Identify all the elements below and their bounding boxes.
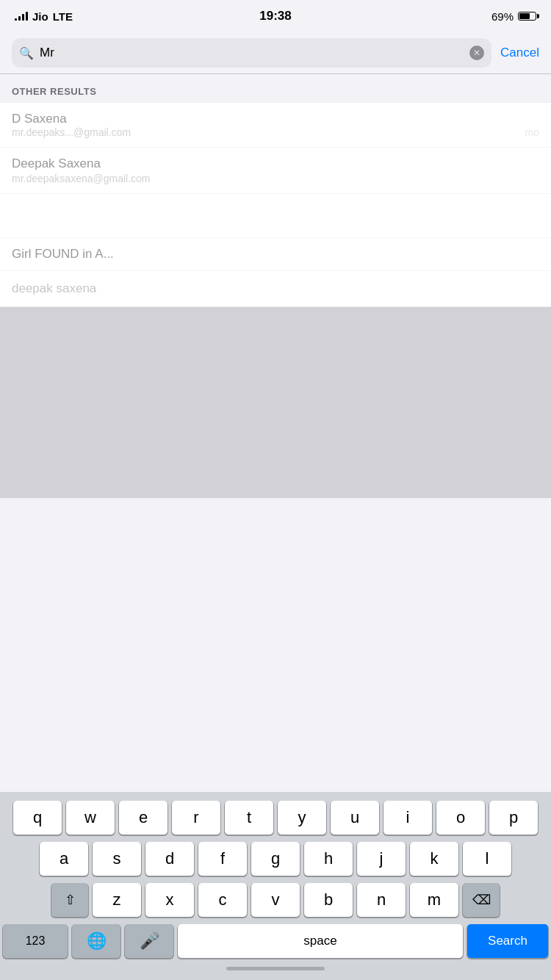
- key-g[interactable]: g: [251, 842, 300, 876]
- list-item[interactable]: [0, 194, 551, 238]
- list-item[interactable]: Girl FOUND in A...: [0, 238, 551, 271]
- status-right: 69%: [491, 10, 536, 23]
- clear-icon[interactable]: ✕: [469, 46, 484, 60]
- key-f[interactable]: f: [198, 842, 247, 876]
- keyboard-row-3: ⇧ z x c v b n m ⌫: [3, 883, 548, 917]
- key-c[interactable]: c: [198, 883, 247, 917]
- space-key[interactable]: space: [178, 924, 463, 958]
- battery-percent: 69%: [491, 10, 514, 23]
- key-h[interactable]: h: [304, 842, 353, 876]
- search-input-wrapper[interactable]: 🔍 ✕: [12, 38, 491, 68]
- microphone-key[interactable]: 🎤: [125, 924, 173, 958]
- key-q[interactable]: q: [13, 801, 62, 835]
- result-name: D Saxena: [12, 112, 131, 126]
- result-extra: mo: [525, 126, 539, 138]
- list-item[interactable]: Deepak Saxena mr.deepaksaxena@gmail.com: [0, 148, 551, 194]
- list-item[interactable]: D Saxena mr.deepaks...@gmail.com mo: [0, 103, 551, 148]
- search-icon: 🔍: [19, 46, 34, 60]
- key-p[interactable]: p: [489, 801, 538, 835]
- home-indicator: [3, 961, 548, 976]
- network-label: LTE: [53, 10, 73, 23]
- globe-key[interactable]: 🌐: [72, 924, 120, 958]
- backspace-key[interactable]: ⌫: [463, 883, 500, 917]
- status-bar: Jio LTE 19:38 69%: [0, 0, 551, 32]
- battery-icon: [518, 12, 536, 21]
- shift-key[interactable]: ⇧: [51, 883, 88, 917]
- gray-area: [0, 307, 551, 498]
- key-e[interactable]: e: [119, 801, 168, 835]
- status-left: Jio LTE: [15, 10, 73, 23]
- key-s[interactable]: s: [93, 842, 141, 876]
- key-v[interactable]: v: [251, 883, 300, 917]
- key-a[interactable]: a: [40, 842, 88, 876]
- key-l[interactable]: l: [463, 842, 511, 876]
- key-d[interactable]: d: [145, 842, 194, 876]
- list-item[interactable]: deepak saxena: [0, 271, 551, 307]
- key-z[interactable]: z: [93, 883, 141, 917]
- key-w[interactable]: w: [66, 801, 115, 835]
- signal-icon: [15, 12, 28, 21]
- key-k[interactable]: k: [410, 842, 458, 876]
- key-u[interactable]: u: [331, 801, 379, 835]
- search-key[interactable]: Search: [467, 924, 548, 958]
- key-b[interactable]: b: [304, 883, 353, 917]
- key-i[interactable]: i: [383, 801, 432, 835]
- numbers-key-label: 123: [26, 934, 46, 948]
- result-email: mr.deepaksaxena@gmail.com: [12, 173, 539, 184]
- result-name: Girl FOUND in A...: [12, 247, 539, 262]
- home-bar: [226, 967, 325, 970]
- keyboard-bottom-row: 123 🌐 🎤 space Search: [3, 924, 548, 958]
- result-name: deepak saxena: [12, 281, 96, 295]
- key-m[interactable]: m: [410, 883, 458, 917]
- keyboard: q w e r t y u i o p a s d f g h j k l ⇧ …: [0, 792, 551, 980]
- key-y[interactable]: y: [278, 801, 326, 835]
- section-header: OTHER RESULTS: [0, 74, 551, 103]
- battery-fill: [519, 13, 530, 19]
- result-name: Deepak Saxena: [12, 156, 539, 171]
- keyboard-row-2: a s d f g h j k l: [3, 842, 548, 876]
- key-r[interactable]: r: [172, 801, 220, 835]
- key-j[interactable]: j: [357, 842, 406, 876]
- search-bar-container: 🔍 ✕ Cancel: [0, 32, 551, 73]
- key-t[interactable]: t: [225, 801, 273, 835]
- search-key-label: Search: [488, 934, 527, 948]
- carrier-label: Jio: [32, 10, 48, 23]
- results-area: OTHER RESULTS D Saxena mr.deepaks...@gma…: [0, 74, 551, 307]
- status-time: 19:38: [259, 9, 291, 24]
- key-o[interactable]: o: [436, 801, 485, 835]
- keyboard-row-1: q w e r t y u i o p: [3, 801, 548, 835]
- search-input[interactable]: [40, 46, 464, 60]
- key-x[interactable]: x: [145, 883, 194, 917]
- key-n[interactable]: n: [357, 883, 406, 917]
- cancel-button[interactable]: Cancel: [500, 46, 539, 60]
- space-key-label: space: [303, 934, 336, 948]
- numbers-key[interactable]: 123: [3, 924, 68, 958]
- result-email: mr.deepaks...@gmail.com: [12, 126, 131, 138]
